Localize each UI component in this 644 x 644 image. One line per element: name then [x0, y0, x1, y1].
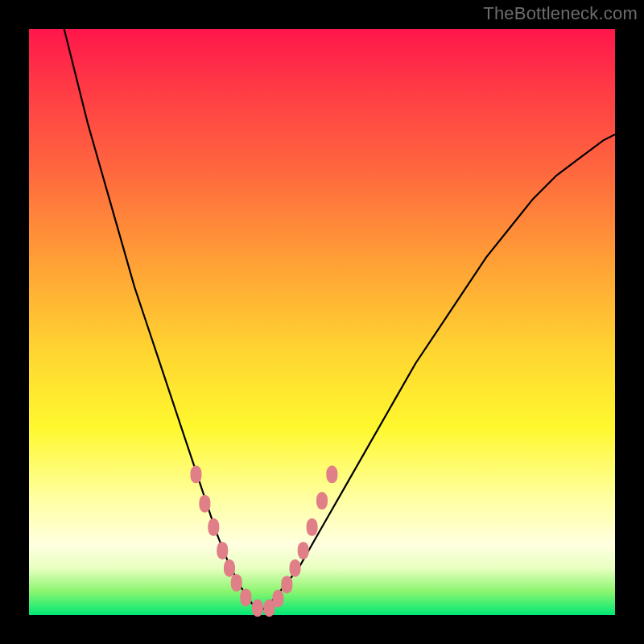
- marker-dot: [199, 495, 210, 513]
- bottleneck-curve: [64, 29, 615, 609]
- chart-frame: TheBottleneck.com: [0, 0, 644, 644]
- marker-dot: [231, 574, 242, 592]
- plot-area: [29, 29, 615, 615]
- marker-dot: [272, 590, 283, 608]
- marker-dot: [252, 599, 263, 617]
- marker-dot: [290, 559, 301, 577]
- watermark-text: TheBottleneck.com: [483, 3, 638, 24]
- marker-dot: [208, 518, 219, 536]
- marker-dot: [217, 542, 228, 559]
- marker-dot: [190, 465, 201, 483]
- marker-dot: [307, 518, 318, 536]
- curve-layer: [29, 29, 615, 615]
- highlight-markers: [190, 465, 337, 617]
- marker-dot: [298, 542, 309, 559]
- marker-dot: [326, 465, 337, 483]
- marker-dot: [281, 576, 292, 593]
- marker-dot: [240, 588, 251, 606]
- marker-dot: [224, 559, 235, 577]
- marker-dot: [316, 492, 328, 510]
